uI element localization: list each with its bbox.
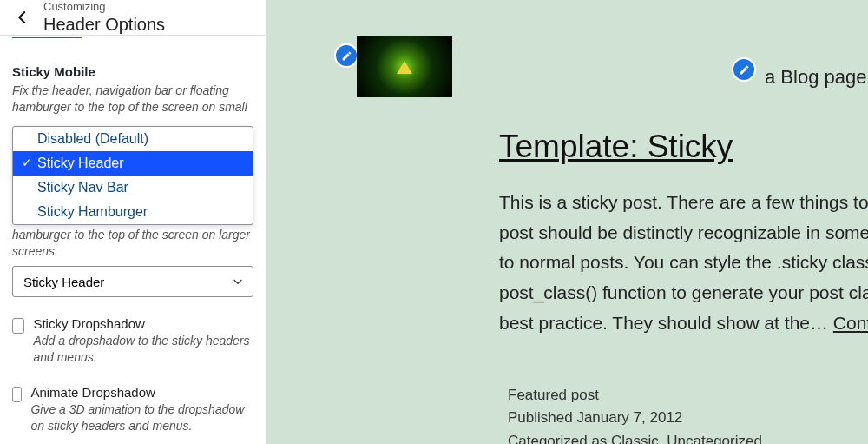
back-button[interactable] — [5, 0, 40, 35]
post-line-5: best practice. They should show at the… — [499, 313, 833, 333]
option-sticky-hamburger[interactable]: Sticky Hamburger — [13, 200, 253, 224]
continue-reading-link[interactable]: Cont — [833, 313, 868, 333]
desc-sticky-dropshadow: Add a dropshadow to the sticky headers a… — [33, 333, 253, 366]
site-title[interactable]: a Blog page — [765, 66, 866, 89]
post-meta: Featured post Published January 7, 2012 … — [508, 384, 762, 444]
meta-categories: Categorized as Classic, Uncategorized — [508, 430, 762, 444]
sticky-desktop-select[interactable]: Sticky Header — [12, 266, 253, 297]
back-icon — [15, 10, 30, 25]
checkbox-sticky-dropshadow[interactable] — [12, 318, 24, 334]
option-sticky-header[interactable]: Sticky Header — [13, 151, 253, 176]
option-disabled[interactable]: Disabled (Default) — [13, 127, 253, 151]
chevron-down-icon — [232, 275, 244, 288]
label-animate-dropshadow: Animate Dropshadow — [30, 385, 253, 400]
triforce-icon — [397, 61, 412, 74]
post-line-3: to normal posts. You can style the .stic… — [499, 248, 868, 278]
pencil-icon — [739, 64, 750, 76]
preview-pane: a Blog page Template: Sticky This is a s… — [266, 0, 868, 444]
cutoff-control — [12, 37, 82, 43]
row-animate-dropshadow: Animate Dropshadow Give a 3D animation t… — [12, 385, 253, 434]
sticky-mobile-select-open[interactable]: Disabled (Default) Sticky Header Sticky … — [12, 126, 253, 225]
site-logo-preview[interactable] — [357, 36, 452, 97]
post-line-1: This is a sticky post. There are a few t… — [499, 188, 868, 218]
meta-published: Published January 7, 2012 — [508, 407, 762, 429]
post-line-4: post_class() function to generate your p… — [499, 278, 868, 308]
option-sticky-nav-bar[interactable]: Sticky Nav Bar — [13, 176, 253, 200]
desc-animate-dropshadow: Give a 3D animation to the dropshadow on… — [30, 401, 253, 434]
page-title: Header Options — [43, 14, 165, 35]
header-context: Customizing — [43, 0, 165, 14]
post-excerpt: This is a sticky post. There are a few t… — [499, 188, 868, 338]
sticky-desktop-value: Sticky Header — [23, 275, 104, 289]
customizer-sidebar: Customizing Header Options Sticky Mobile… — [0, 0, 266, 444]
meta-featured: Featured post — [508, 384, 762, 407]
label-sticky-dropshadow: Sticky Dropshadow — [33, 316, 253, 331]
row-sticky-dropshadow: Sticky Dropshadow Add a dropshadow to th… — [12, 316, 253, 366]
edit-shortcut-logo[interactable] — [334, 43, 358, 68]
sidebar-header: Customizing Header Options — [0, 0, 266, 36]
section-sticky-mobile-title: Sticky Mobile — [12, 64, 253, 79]
edit-shortcut-title[interactable] — [732, 57, 756, 82]
pencil-icon — [341, 50, 352, 62]
post-title-link[interactable]: Template: Sticky — [499, 129, 733, 165]
post-line-2: post should be distinctly recognizable i… — [499, 218, 868, 249]
checkbox-animate-dropshadow[interactable] — [12, 387, 22, 402]
section-sticky-mobile-help: Fix the header, navigation bar or floati… — [12, 83, 253, 116]
